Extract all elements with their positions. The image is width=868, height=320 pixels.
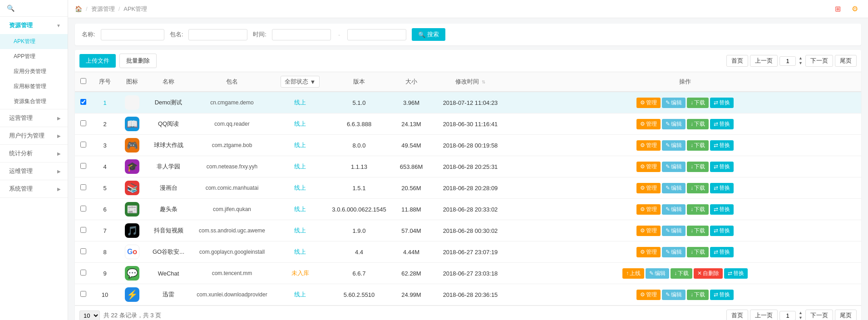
status-cell: 未入库 [273,263,327,284]
topbar-settings-icon[interactable]: ⚙ [848,3,861,15]
op-download-button[interactable]: ↓ 下载 [687,247,709,257]
first-page-btn-top[interactable]: 首页 [726,55,748,67]
op-edit-button[interactable]: ✎ 编辑 [662,204,686,215]
row-checkbox[interactable] [80,206,86,212]
op-edit-button[interactable]: ✎ 编辑 [662,290,686,300]
prev-page-btn-top[interactable]: 上一页 [750,55,778,67]
op-manage-button[interactable]: ⚙ 管理 [636,140,661,151]
search-icon[interactable]: 🔍 [7,5,15,12]
op-manage-button[interactable]: ⚙ 管理 [636,162,661,172]
page-number-input-bottom[interactable] [779,311,796,320]
select-all-checkbox[interactable] [80,78,86,84]
op-edit-button[interactable]: ✎ 编辑 [662,162,686,172]
row-checkbox[interactable] [80,291,86,297]
op-delete-button[interactable]: ✕ 自删除 [694,268,723,279]
op-download-button[interactable]: ↓ 下载 [687,226,709,236]
op-download-button[interactable]: ↓ 下载 [687,183,709,193]
batch-delete-button[interactable]: 批量删除 [119,54,157,68]
search-button[interactable]: 🔍 搜索 [412,28,445,41]
next-page-btn-top[interactable]: 下一页 [805,55,833,67]
pkg-cell: com.ss.android.ugc.aweme [191,220,273,241]
op-download-button[interactable]: ↓ 下载 [687,162,709,172]
op-download-button[interactable]: ↓ 下载 [671,268,692,279]
time-from-input[interactable] [272,29,331,40]
op-replace-button[interactable]: ⇄ 替换 [724,268,748,279]
op-download-button[interactable]: ↓ 下载 [687,204,709,215]
op-replace-button[interactable]: ⇄ 替换 [710,290,734,300]
time-cell: 2018-06-28 20:25:31 [432,156,509,177]
op-edit-button[interactable]: ✎ 编辑 [662,98,686,108]
sidebar-item-resource-collection[interactable]: 资源集合管理 [0,94,68,109]
op-manage-button[interactable]: ⚙ 管理 [636,204,661,215]
row-checkbox[interactable] [80,184,86,190]
row-checkbox[interactable] [80,142,86,148]
sidebar-item-app-tag[interactable]: 应用标签管理 [0,79,68,94]
sidebar-item-user-behavior[interactable]: 用户行为管理 ▶ [0,127,68,144]
last-page-btn-top[interactable]: 尾页 [835,55,857,67]
sidebar-item-app-category[interactable]: 应用分类管理 [0,64,68,79]
home-icon[interactable]: 🏠 [75,5,82,12]
op-download-button[interactable]: ↓ 下载 [687,98,709,108]
sidebar-item-apk-mgmt[interactable]: APK管理 [0,34,68,49]
sidebar-item-resource-mgmt[interactable]: 资源管理 ▼ [0,17,68,34]
status-filter-dropdown[interactable]: 全部状态 ▼ [281,76,320,88]
op-edit-button[interactable]: ✎ 编辑 [662,140,686,151]
op-manage-button[interactable]: ⚙ 管理 [636,226,661,236]
last-page-btn-bottom[interactable]: 尾页 [835,310,857,320]
seq-link[interactable]: 1 [103,99,106,106]
op-replace-button[interactable]: ⇄ 替换 [710,204,734,215]
row-checkbox[interactable] [80,227,86,233]
pkg-input[interactable] [188,29,247,40]
op-download-button[interactable]: ↓ 下载 [687,140,709,151]
sidebar-item-ops-mgmt[interactable]: 运营管理 ▶ [0,109,68,127]
row-checkbox[interactable] [80,120,86,126]
row-checkbox[interactable] [80,270,86,276]
op-edit-button[interactable]: ✎ 编辑 [646,268,669,279]
sidebar-item-app-mgmt[interactable]: APP管理 [0,49,68,64]
row-checkbox[interactable] [80,163,86,169]
time-to-input[interactable] [347,29,406,40]
page-down-arrow-bottom[interactable]: ▼ [798,315,804,320]
sidebar-item-stats[interactable]: 统计分析 ▶ [0,145,68,162]
per-page-select[interactable]: 10 20 50 [79,310,100,320]
page-number-input-top[interactable] [779,56,796,66]
op-replace-button[interactable]: ⇄ 替换 [710,162,734,172]
op-replace-button[interactable]: ⇄ 替换 [710,247,734,257]
op-replace-button[interactable]: ⇄ 替换 [710,98,734,108]
op-manage-button[interactable]: ⚙ 管理 [636,247,661,257]
page-up-arrow-bottom[interactable]: ▲ [798,310,804,315]
topbar-grid-icon[interactable]: ⊞ [831,3,844,15]
sidebar-item-system[interactable]: 系统管理 ▶ [0,180,68,197]
next-page-btn-bottom[interactable]: 下一页 [805,310,833,320]
page-down-arrow-top[interactable]: ▼ [798,61,804,66]
op-replace-button[interactable]: ⇄ 替换 [710,119,734,129]
name-cell: 漫画台 [146,177,191,199]
header-status[interactable]: 全部状态 ▼ [273,72,327,92]
sidebar-item-ops-admin[interactable]: 运维管理 ▶ [0,162,68,180]
op-edit-button[interactable]: ✎ 编辑 [662,226,686,236]
edit-icon: ✎ [666,291,670,298]
op-replace-button[interactable]: ⇄ 替换 [710,226,734,236]
op-manage-button[interactable]: ⚙ 管理 [636,119,661,129]
op-download-button[interactable]: ↓ 下载 [687,119,709,129]
op-online-button[interactable]: ↑ 上线 [622,268,644,279]
download-icon: ↓ [674,270,677,276]
upload-button[interactable]: 上传文件 [79,54,116,68]
op-replace-button[interactable]: ⇄ 替换 [710,183,734,193]
op-edit-button[interactable]: ✎ 编辑 [662,119,686,129]
op-edit-button[interactable]: ✎ 编辑 [662,183,686,193]
page-up-arrow-top[interactable]: ▲ [798,56,804,61]
first-page-btn-bottom[interactable]: 首页 [726,310,748,320]
row-checkbox[interactable] [80,248,86,254]
op-download-button[interactable]: ↓ 下载 [687,290,709,300]
prev-page-btn-bottom[interactable]: 上一页 [750,310,778,320]
header-time[interactable]: 修改时间 ⇅ [432,72,509,92]
op-manage-button[interactable]: ⚙ 管理 [636,290,661,300]
op-edit-button[interactable]: ✎ 编辑 [662,247,686,257]
row-checkbox[interactable] [80,99,86,105]
op-manage-button[interactable]: ⚙ 管理 [636,183,661,193]
name-input[interactable] [101,29,164,40]
op-replace-button[interactable]: ⇄ 替换 [710,140,734,151]
time-cell: 2018-06-28 20:33:02 [432,199,509,220]
op-manage-button[interactable]: ⚙ 管理 [636,98,661,108]
